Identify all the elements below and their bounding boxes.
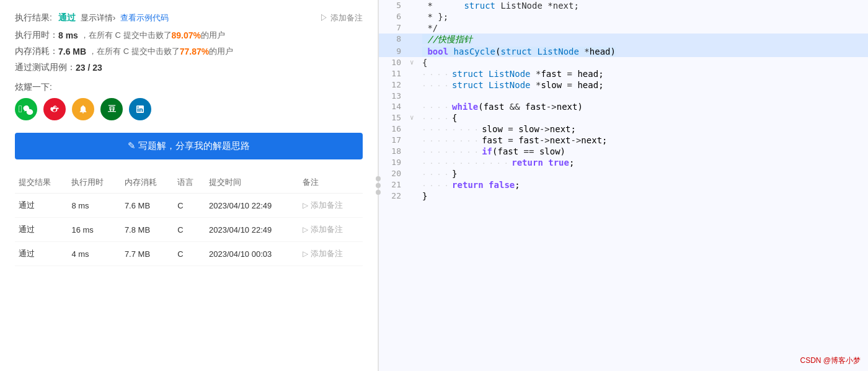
wechat-icon[interactable]: : [15, 98, 37, 120]
code-line: 12 ····struct ListNode *slow = head;: [379, 79, 868, 91]
submit-time-cell: 2023/04/10 22:49: [205, 218, 299, 242]
col-lang: 语言: [174, 172, 205, 194]
code-line: 15 ∨ ····{: [379, 112, 868, 123]
table-row: 通过 16 ms 7.8 MB C 2023/04/10 22:49 ▷ 添加备…: [15, 218, 363, 242]
social-icons:  豆: [15, 98, 363, 120]
code-line: 5 * struct ListNode *next;: [379, 0, 868, 11]
watermark: CSDN @博客小梦: [800, 355, 861, 366]
memory-cell: 7.8 MB: [121, 218, 174, 242]
memory-cell: 7.6 MB: [121, 194, 174, 218]
result-cell[interactable]: 通过: [15, 194, 68, 218]
line-gutter: [410, 168, 422, 179]
line-content: ····{: [422, 112, 868, 123]
line-content: ····while(fast && fast->next): [422, 101, 868, 112]
line-number: 19: [379, 157, 410, 168]
code-line: 11 ····struct ListNode *fast = head;: [379, 68, 868, 79]
line-gutter: [410, 79, 422, 91]
line-content: bool hasCycle(struct ListNode *head): [422, 46, 868, 57]
memory-percent: 77.87%: [180, 47, 209, 56]
line-number: 14: [379, 101, 410, 112]
line-gutter: [410, 34, 422, 46]
line-number: 8: [379, 34, 410, 46]
add-note-inline-btn[interactable]: ▷ 添加备注: [320, 12, 363, 24]
execution-time-label: 执行用时：: [15, 30, 58, 41]
line-gutter: [410, 22, 422, 34]
write-solution-button[interactable]: ✎ 写题解，分享我的解题思路: [15, 133, 363, 159]
line-content: * struct ListNode *next;: [422, 0, 868, 11]
left-panel: 执行结果: 通过 显示详情› 查看示例代码 ▷ 添加备注 执行用时： 8 ms …: [0, 0, 378, 371]
line-content: ····return false;: [422, 179, 868, 190]
line-number: 9: [379, 46, 410, 57]
lang-cell: C: [174, 194, 205, 218]
memory-label: 内存消耗：: [15, 46, 58, 57]
line-content: }: [422, 190, 868, 202]
test-case-value: 23 / 23: [76, 63, 102, 73]
line-gutter: [410, 0, 422, 11]
line-number: 15: [379, 112, 410, 123]
line-number: 22: [379, 190, 410, 202]
line-number: 21: [379, 179, 410, 190]
panel-divider: [378, 0, 379, 371]
table-row: 通过 4 ms 7.7 MB C 2023/04/10 00:03 ▷ 添加备注: [15, 242, 363, 266]
memory-desc: ，在所有 C 提交中击败了: [89, 46, 180, 57]
line-gutter: [410, 179, 422, 190]
note-cell[interactable]: ▷ 添加备注: [299, 194, 363, 218]
memory-value: 7.6 MB: [58, 47, 86, 56]
execution-result-label: 执行结果:: [15, 12, 58, 24]
line-gutter: ∨: [410, 57, 422, 68]
test-case-row: 通过测试用例： 23 / 23: [15, 62, 363, 73]
line-gutter: [410, 46, 422, 57]
col-note: 备注: [299, 172, 363, 194]
execution-time-suffix: 的用户: [201, 30, 225, 41]
code-line: 17 ········fast = fast->next->next;: [379, 135, 868, 146]
line-number: 16: [379, 123, 410, 135]
line-content: ····struct ListNode *fast = head;: [422, 68, 868, 79]
execution-result-row: 执行结果: 通过 显示详情› 查看示例代码 ▷ 添加备注: [15, 12, 363, 24]
line-content: ········slow = slow->next;: [422, 123, 868, 135]
note-cell[interactable]: ▷ 添加备注: [299, 242, 363, 266]
table-row: 通过 8 ms 7.6 MB C 2023/04/10 22:49 ▷ 添加备注: [15, 194, 363, 218]
memory-suffix: 的用户: [209, 46, 233, 57]
code-line: 14 ····while(fast && fast->next): [379, 101, 868, 112]
line-number: 13: [379, 91, 410, 101]
code-container: 5 * struct ListNode *next; 6 * }; 7 */ 8…: [379, 0, 868, 202]
code-line: 6 * };: [379, 11, 868, 22]
code-line: 19 ············return true;: [379, 157, 868, 168]
time-cell: 4 ms: [68, 242, 120, 266]
linkedin-icon[interactable]: [129, 98, 151, 120]
line-number: 17: [379, 135, 410, 146]
line-content: ········if(fast == slow): [422, 146, 868, 157]
result-cell[interactable]: 通过: [15, 242, 68, 266]
line-number: 11: [379, 68, 410, 79]
code-line: 7 */: [379, 22, 868, 34]
weibo-icon[interactable]: [43, 98, 66, 120]
col-submit-time: 提交时间: [205, 172, 299, 194]
line-gutter: ∨: [410, 112, 422, 123]
test-case-label: 通过测试用例：: [15, 62, 76, 73]
line-number: 12: [379, 79, 410, 91]
line-content: //快慢指针: [422, 34, 868, 46]
time-cell: 16 ms: [68, 218, 120, 242]
result-cell[interactable]: 通过: [15, 218, 68, 242]
note-cell[interactable]: ▷ 添加备注: [299, 218, 363, 242]
line-content: ········fast = fast->next->next;: [422, 135, 868, 146]
line-gutter: [410, 146, 422, 157]
douban-icon[interactable]: 豆: [100, 98, 123, 120]
time-cell: 8 ms: [68, 194, 120, 218]
code-line: 13: [379, 91, 868, 101]
line-number: 10: [379, 57, 410, 68]
line-number: 5: [379, 0, 410, 11]
view-example-code-link[interactable]: 查看示例代码: [120, 12, 169, 24]
line-gutter: [410, 91, 422, 101]
lang-cell: C: [174, 242, 205, 266]
lang-cell: C: [174, 218, 205, 242]
notification-icon[interactable]: [72, 98, 94, 120]
show-detail-link[interactable]: 显示详情›: [81, 12, 115, 24]
submit-time-cell: 2023/04/10 00:03: [205, 242, 299, 266]
memory-cell: 7.7 MB: [121, 242, 174, 266]
code-panel: 5 * struct ListNode *next; 6 * }; 7 */ 8…: [379, 0, 868, 371]
col-memory: 内存消耗: [121, 172, 174, 194]
line-gutter: [410, 68, 422, 79]
memory-row: 内存消耗： 7.6 MB ，在所有 C 提交中击败了 77.87% 的用户: [15, 46, 363, 57]
execution-time-row: 执行用时： 8 ms ，在所有 C 提交中击败了 89.07% 的用户: [15, 30, 363, 41]
